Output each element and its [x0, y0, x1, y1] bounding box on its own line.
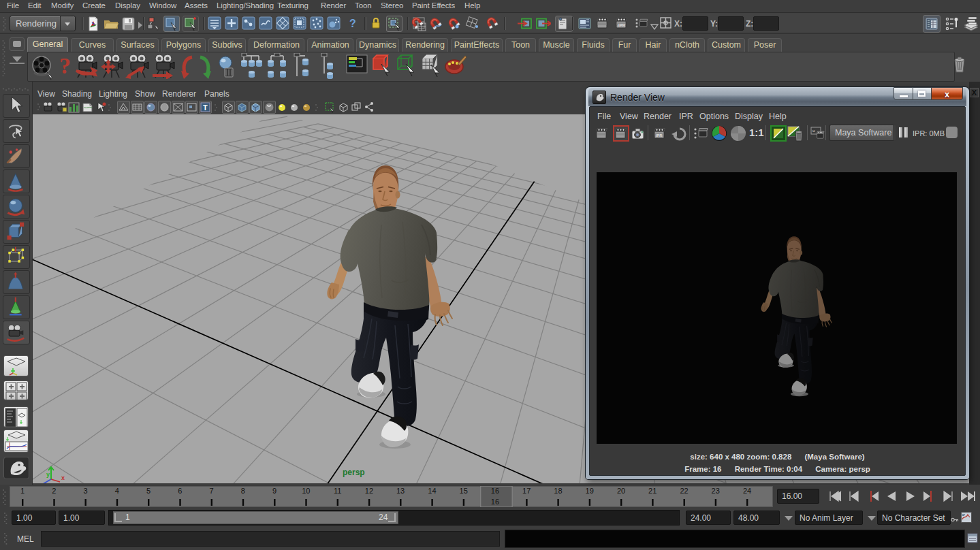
svg-text:22: 22 — [680, 487, 688, 495]
svg-text:IPR: IPR — [656, 133, 662, 138]
svg-text:T: T — [203, 103, 208, 112]
svg-text:16: 16 — [491, 498, 499, 506]
svg-text:5: 5 — [146, 487, 151, 495]
svg-text:2: 2 — [52, 487, 56, 495]
svg-text:4: 4 — [115, 487, 119, 495]
svg-text:?: ? — [349, 18, 356, 29]
svg-text:10: 10 — [302, 487, 310, 495]
svg-text:12: 12 — [365, 487, 373, 495]
svg-text:16: 16 — [491, 487, 499, 495]
svg-text:x: x — [61, 474, 65, 481]
svg-text:17: 17 — [522, 487, 531, 495]
svg-text:1: 1 — [20, 487, 25, 495]
svg-text:14: 14 — [428, 487, 436, 495]
svg-text:?: ? — [59, 53, 71, 78]
svg-text:w: w — [812, 129, 815, 133]
svg-text:7: 7 — [210, 487, 214, 495]
svg-text:3: 3 — [83, 487, 87, 495]
svg-text:23: 23 — [712, 487, 720, 495]
svg-text:21: 21 — [648, 487, 657, 495]
svg-text:11: 11 — [334, 487, 341, 495]
svg-text:z: z — [39, 482, 43, 483]
svg-text:8: 8 — [241, 487, 245, 495]
svg-text:9: 9 — [272, 487, 276, 495]
svg-text:24: 24 — [743, 487, 751, 495]
svg-text:15: 15 — [460, 487, 468, 495]
svg-text:18: 18 — [554, 487, 562, 495]
svg-text:6: 6 — [178, 487, 182, 495]
svg-text:20: 20 — [617, 487, 625, 495]
svg-text:19: 19 — [586, 487, 594, 495]
svg-text:13: 13 — [396, 487, 405, 495]
svg-text:y: y — [46, 471, 50, 478]
